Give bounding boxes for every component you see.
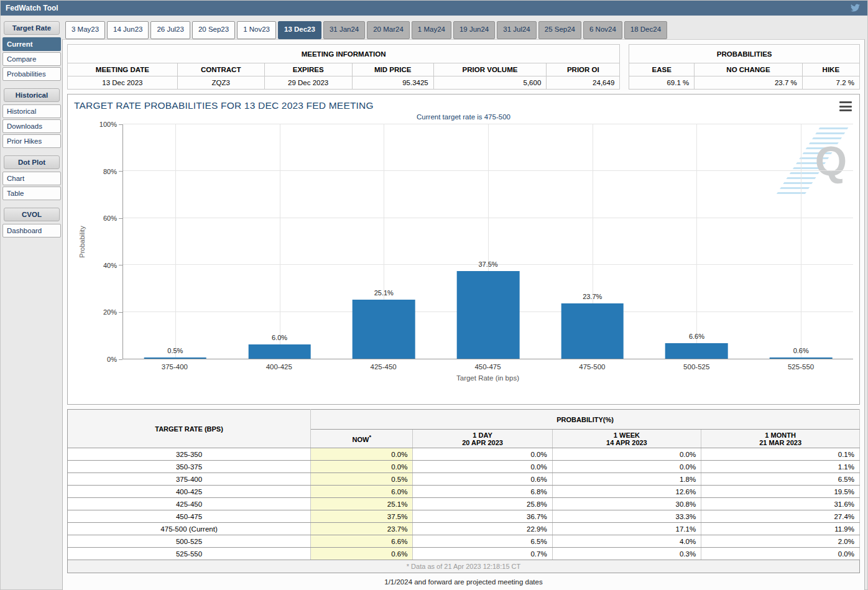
x-axis-ticks: 375-400400-425425-450450-475475-500500-5…	[122, 359, 853, 374]
probability-group-header: PROBABILITY(%)	[311, 410, 860, 430]
ps-value-ease: 69.1 %	[629, 76, 695, 90]
tab-31-jul24[interactable]: 31 Jul24	[497, 21, 536, 39]
tab-6-nov24[interactable]: 6 Nov24	[583, 21, 622, 39]
tab-25-sep24[interactable]: 25 Sep24	[538, 21, 581, 39]
mi-col-expires: EXPIRES	[264, 63, 352, 76]
summary-tables-row: MEETING INFORMATION MEETING DATECONTRACT…	[67, 44, 860, 90]
probability-cell: 0.0%	[311, 448, 413, 461]
probability-cell: 23.7%	[311, 523, 413, 535]
target-rate-column-header: TARGET RATE (BPS)	[68, 410, 311, 448]
twitter-icon[interactable]	[850, 3, 861, 13]
content-panel: MEETING INFORMATION MEETING DATECONTRACT…	[62, 39, 865, 590]
tab-1-nov23[interactable]: 1 Nov23	[237, 21, 276, 39]
gridline-vertical	[175, 124, 176, 359]
tab-20-mar24[interactable]: 20 Mar24	[367, 21, 410, 39]
mi-col-mid-price: MID PRICE	[352, 63, 433, 76]
tab-1-may24[interactable]: 1 May24	[412, 21, 451, 39]
tab-26-jul23[interactable]: 26 Jul23	[150, 21, 190, 39]
chart-menu-icon[interactable]	[839, 101, 852, 111]
rate-cell: 350-375	[68, 461, 311, 473]
bar-group-425-450: 25.1%	[331, 124, 436, 359]
gridline-vertical	[696, 124, 697, 359]
y-axis-ticks: 0%20%40%60%80%100%	[90, 124, 122, 359]
tab-14-jun23[interactable]: 14 Jun23	[107, 21, 149, 39]
sidebar-item-dashboard[interactable]: Dashboard	[2, 224, 61, 237]
sidebar-item-current[interactable]: Current	[2, 37, 61, 51]
probabilities-title: PROBABILITIES	[629, 45, 860, 63]
chart-subtitle: Current target rate is 475-500	[74, 113, 853, 121]
mi-col-contract: CONTRACT	[177, 63, 264, 76]
bar-group-500-525: 6.6%	[645, 124, 749, 359]
sidebar-item-probabilities[interactable]: Probabilities	[2, 67, 61, 81]
probability-cell: 0.3%	[552, 548, 701, 560]
probability-cell: 1.8%	[552, 473, 701, 486]
tab-18-dec24[interactable]: 18 Dec24	[624, 21, 667, 39]
sidebar-item-prior-hikes[interactable]: Prior Hikes	[2, 134, 61, 148]
bar-chart: Probability 0%20%40%60%80%100% Q 0.5%6.0…	[74, 124, 853, 388]
x-tick-400-425: 400-425	[227, 359, 331, 374]
probability-history-table: TARGET RATE (BPS) PROBABILITY(%) NOW* 1 …	[67, 409, 860, 573]
probability-cell: 25.1%	[311, 498, 413, 510]
x-tick-525-550: 525-550	[749, 359, 853, 374]
mi-value-contract: ZQZ3	[177, 76, 264, 90]
probability-cell: 0.7%	[413, 548, 552, 560]
chart-title: TARGET RATE PROBABILITIES FOR 13 DEC 202…	[74, 98, 374, 111]
probability-cell: 1.1%	[701, 461, 860, 473]
meeting-information-table: MEETING INFORMATION MEETING DATECONTRACT…	[67, 44, 620, 90]
tab-13-dec23[interactable]: 13 Dec23	[278, 21, 321, 39]
probability-cell: 27.4%	[701, 510, 860, 523]
sidebar-item-compare[interactable]: Compare	[2, 52, 61, 66]
probability-cell: 0.5%	[311, 473, 413, 486]
bar-group-475-500: 23.7%	[540, 124, 645, 359]
one-day-column-header: 1 DAY20 APR 2023	[413, 430, 552, 448]
mi-value-prior-volume: 5,600	[433, 76, 547, 90]
mi-value-meeting-date: 13 Dec 2023	[68, 76, 178, 90]
sidebar-item-table[interactable]: Table	[2, 187, 61, 200]
mi-value-mid-price: 95.3425	[352, 76, 433, 90]
sidebar-item-downloads[interactable]: Downloads	[2, 119, 61, 133]
now-column-header: NOW*	[311, 430, 413, 448]
probability-cell: 25.8%	[413, 498, 552, 510]
sidebar-item-historical[interactable]: Historical	[2, 104, 61, 118]
bar-425-450	[353, 300, 415, 359]
probability-cell: 0.0%	[552, 448, 701, 461]
ps-col-no-change: NO CHANGE	[695, 63, 802, 76]
table-row: 350-3750.0%0.0%0.0%1.1%	[68, 461, 860, 473]
ps-col-ease: EASE	[629, 63, 695, 76]
x-tick-475-500: 475-500	[540, 359, 644, 374]
x-tick-425-450: 425-450	[331, 359, 436, 374]
ps-value-no-change: 23.7 %	[695, 76, 802, 90]
one-week-column-header: 1 WEEK14 APR 2023	[552, 430, 701, 448]
bar-500-525	[665, 343, 728, 359]
bar-value-label: 37.5%	[478, 260, 497, 268]
x-axis-title: Target Rate (in bps)	[122, 374, 853, 388]
probability-cell: 22.9%	[413, 523, 552, 535]
probability-cell: 6.5%	[701, 473, 860, 486]
tab-3-may23[interactable]: 3 May23	[65, 21, 105, 39]
probability-cell: 33.3%	[552, 510, 701, 523]
meeting-date-tabbar: 3 May2314 Jun2326 Jul2320 Sep231 Nov2313…	[65, 21, 865, 39]
table-row: 375-4000.5%0.6%1.8%6.5%	[68, 473, 860, 486]
probability-cell: 36.7%	[413, 510, 552, 523]
sidebar-section-cvol: CVOL	[4, 208, 60, 221]
probabilities-summary-table: PROBABILITIES EASENO CHANGEHIKE 69.1 %23…	[629, 44, 860, 90]
table-row: 450-47537.5%36.7%33.3%27.4%	[68, 510, 860, 523]
tab-31-jan24[interactable]: 31 Jan24	[323, 21, 365, 39]
probability-cell: 0.1%	[701, 448, 860, 461]
sidebar-item-chart[interactable]: Chart	[2, 172, 61, 185]
x-tick-375-400: 375-400	[122, 359, 227, 374]
chart-panel: TARGET RATE PROBABILITIES FOR 13 DEC 202…	[67, 94, 860, 405]
y-tick-0: 0%	[107, 355, 122, 364]
bar-group-525-550: 0.6%	[749, 124, 853, 359]
probability-cell: 17.1%	[552, 523, 701, 535]
tab-20-sep23[interactable]: 20 Sep23	[192, 21, 235, 39]
table-row: 325-3500.0%0.0%0.0%0.1%	[68, 448, 860, 461]
probability-cell: 6.5%	[413, 535, 552, 548]
bar-group-375-400: 0.5%	[123, 124, 228, 359]
sidebar-section-target-rate: Target Rate	[4, 21, 60, 35]
tab-19-jun24[interactable]: 19 Jun24	[453, 21, 495, 39]
one-month-column-header: 1 MONTH21 MAR 2023	[701, 430, 860, 448]
table-row: 500-5256.6%6.5%4.0%2.0%	[68, 535, 860, 548]
data-as-of-footnote: * Data as of 21 Apr 2023 12:18:15 CT	[68, 560, 860, 573]
y-tick-20: 20%	[103, 308, 122, 317]
